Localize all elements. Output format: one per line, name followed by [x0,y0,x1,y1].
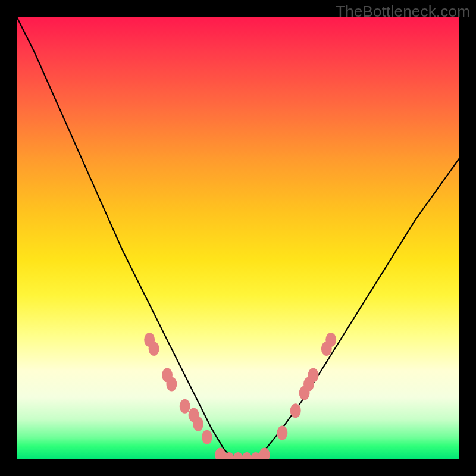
plot-area [17,17,459,459]
curve-bead [149,342,159,356]
curve-bead [180,399,190,414]
bottleneck-curve [17,17,459,459]
curve-bead [259,448,270,459]
curve-bead [277,425,287,440]
watermark-text: TheBottleneck.com [336,2,470,21]
curve-bead [308,368,319,383]
curve-bead [202,430,212,444]
curve-bead [193,417,203,431]
curve-bead [166,377,177,392]
curve-bead [290,403,301,418]
curve-bead [325,333,336,347]
chart-frame: TheBottleneck.com [0,0,476,476]
